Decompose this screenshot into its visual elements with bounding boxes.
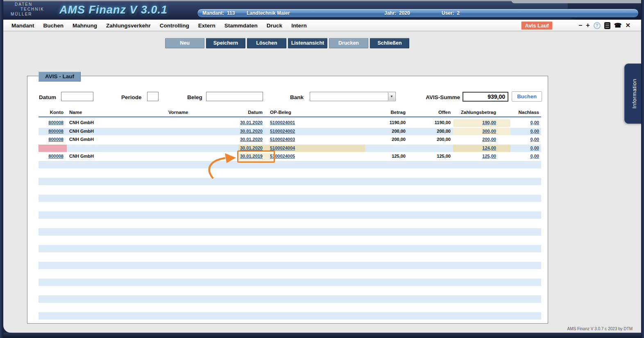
window-controls: − + ? ☎ ✕ [578, 21, 630, 30]
konto-cell-error [39, 145, 67, 152]
col-nachlass: Nachlass [510, 109, 541, 116]
betrag-cell: 200,00 [365, 128, 408, 136]
active-module-badge: Avis Lauf [521, 21, 553, 30]
col-offen: Offen [408, 109, 453, 116]
periode-input[interactable] [147, 92, 159, 101]
nachlass-link[interactable]: 0,00 [531, 154, 539, 159]
nachlass-link[interactable]: 0,00 [531, 145, 539, 150]
app-title: AMS Finanz V 3.0.1 [59, 4, 168, 16]
app-window: DATEN TECHNIK MÜLLER AMS Finanz V 3.0.1 … [0, 0, 644, 338]
menu-intern[interactable]: Intern [291, 23, 307, 29]
logo-line-1: DATEN [11, 2, 44, 7]
col-vorname: Vorname [164, 109, 238, 116]
mandant-info: Mandant: 113 [202, 10, 235, 16]
betrag-cell: 125,00 [365, 153, 408, 161]
speichern-button[interactable]: Speichern [206, 38, 245, 48]
konto-link[interactable]: 800008 [48, 120, 63, 125]
table-row: 800008 CNH GmbH 30.01.2019 5100024005 12… [39, 153, 541, 161]
datum-link[interactable]: 30.01.2020 [240, 129, 263, 134]
beleg-label: Beleg [187, 93, 202, 102]
table-body: 800008 CNH GmbH 30.01.2020 5100024001 11… [39, 119, 541, 161]
avis-lauf-panel: AVIS - Lauf Datum Periode Beleg Bank ▼ A… [27, 76, 548, 324]
client-name: Landtechnik Maier [247, 10, 290, 16]
nachlass-link[interactable]: 0,00 [531, 137, 539, 142]
window-top-strip-right [511, 0, 644, 3]
avis-summe-input[interactable] [463, 92, 508, 102]
offen-cell: 125,00 [408, 153, 453, 161]
col-zahlungsbetrag: Zahlungsbetrag [453, 109, 510, 116]
year-info: Jahr: 2020 [384, 10, 410, 16]
schliessen-button[interactable]: Schließen [370, 38, 409, 48]
name-cell [67, 145, 164, 152]
datum-link[interactable]: 30.01.2020 [240, 120, 263, 125]
datum-link[interactable]: 30.01.2020 [240, 145, 263, 150]
annotation-highlight-box [237, 150, 275, 163]
bank-label: Bank [290, 93, 304, 102]
menu-stammdaten[interactable]: Stammdaten [224, 23, 258, 29]
zahlungsbetrag-link[interactable]: 190,00 [482, 120, 496, 125]
phone-icon[interactable]: ☎ [614, 21, 622, 29]
zahlungsbetrag-link[interactable]: 300,00 [482, 129, 496, 134]
beleg-input[interactable] [206, 92, 263, 101]
toolbar: Neu Speichern Löschen Listenansicht Druc… [165, 38, 409, 48]
table-row: 30.01.2020 5100024004 124,00 0,00 [39, 145, 541, 153]
neu-button[interactable]: Neu [165, 38, 204, 48]
nachlass-link[interactable]: 0,00 [531, 120, 539, 125]
periode-label: Periode [121, 93, 142, 102]
company-logo: DATEN TECHNIK MÜLLER [11, 2, 44, 17]
op-beleg-link[interactable]: 5100024001 [270, 120, 295, 125]
op-beleg-link[interactable]: 5100024004 [270, 145, 295, 150]
konto-link[interactable]: 800008 [48, 154, 63, 159]
konto-link[interactable]: 800008 [48, 137, 63, 142]
information-tab-label: Information [631, 79, 637, 109]
datum-link[interactable]: 30.01.2020 [240, 137, 263, 142]
op-beleg-link[interactable]: 5100024002 [270, 129, 295, 134]
datum-input[interactable] [61, 92, 93, 101]
vorname-cell [164, 128, 238, 136]
window-corner-curve [3, 320, 18, 333]
menu-buchen[interactable]: Buchen [43, 23, 64, 29]
betrag-cell [365, 145, 408, 152]
maximize-icon[interactable]: + [586, 21, 590, 29]
drucken-button[interactable]: Drucken [329, 38, 368, 48]
logo-line-2: TECHNIK [11, 7, 44, 12]
menu-zahlungsverkehr[interactable]: Zahlungsverkehr [106, 23, 151, 29]
col-name: Name [67, 109, 164, 116]
op-beleg-link[interactable]: 5100024003 [270, 137, 295, 142]
bank-select[interactable]: ▼ [310, 92, 396, 101]
loeschen-button[interactable]: Löschen [247, 38, 286, 48]
vorname-cell [164, 136, 238, 144]
offen-cell: 200,00 [408, 136, 453, 144]
close-icon[interactable]: ✕ [625, 21, 630, 29]
listenansicht-button[interactable]: Listenansicht [288, 38, 327, 48]
window-frame-bottom [0, 333, 644, 338]
bank-dropdown-arrow-icon[interactable]: ▼ [388, 93, 395, 100]
window-frame-right [641, 0, 644, 338]
help-icon[interactable]: ? [594, 22, 601, 29]
offen-cell: 1190,00 [408, 119, 453, 127]
zahlungsbetrag-link[interactable]: 124,00 [482, 145, 496, 150]
col-datum: Datum [238, 109, 265, 116]
table-header: Konto Name Vorname Datum OP-Beleg Betrag… [39, 109, 541, 117]
notes-icon[interactable] [604, 22, 610, 29]
table-row: 800008 CNH GmbH 30.01.2020 5100024001 11… [39, 119, 541, 128]
empty-rows-stripes [39, 161, 541, 320]
panel-title: AVIS - Lauf [39, 72, 81, 82]
minimize-icon[interactable]: − [578, 21, 582, 29]
name-cell: CNH GmbH [67, 128, 164, 136]
menu-mandant[interactable]: Mandant [11, 23, 34, 29]
menu-controlling[interactable]: Controlling [160, 23, 189, 29]
konto-link[interactable]: 800008 [48, 129, 63, 134]
menu-druck[interactable]: Druck [267, 23, 282, 29]
menu-mahnung[interactable]: Mahnung [73, 23, 97, 29]
annotation-arrow [200, 150, 241, 181]
name-cell: CNH GmbH [67, 153, 164, 161]
vorname-cell [164, 119, 238, 127]
menu-extern[interactable]: Extern [198, 23, 215, 29]
buchen-button[interactable]: Buchen [512, 91, 542, 102]
zahlungsbetrag-link[interactable]: 125,00 [482, 154, 496, 159]
table-row: 800008 CNH GmbH 30.01.2020 5100024003 20… [39, 136, 541, 145]
nachlass-link[interactable]: 0,00 [531, 129, 539, 134]
zahlungsbetrag-link[interactable]: 200,00 [482, 137, 496, 142]
name-cell: CNH GmbH [67, 136, 164, 144]
